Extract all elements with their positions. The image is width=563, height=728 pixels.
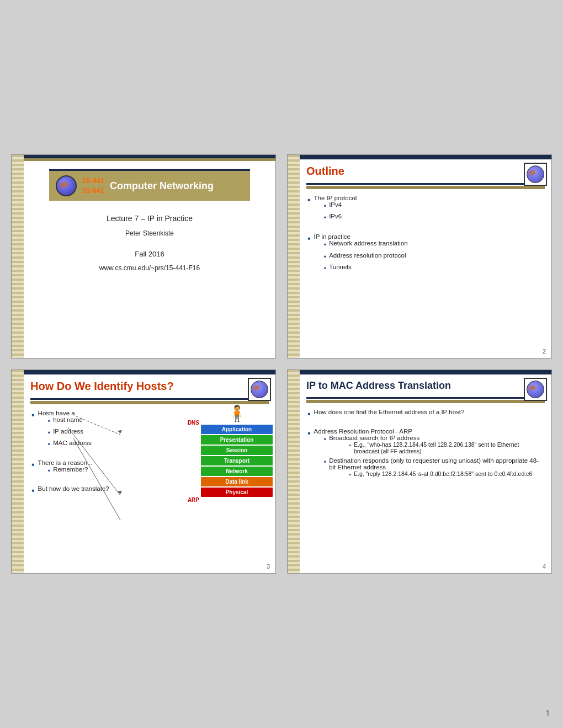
translate-bullet: • But how do we translate? bbox=[31, 485, 161, 497]
semester-label: Fall 2016 bbox=[99, 248, 200, 260]
outline-ipv4: • IPv4 bbox=[324, 201, 357, 211]
hosts-have-label: Hosts have a bbox=[38, 410, 92, 416]
outline-s2-label: IP in practice bbox=[314, 233, 408, 240]
page-container: 15-44115-641 Computer Networking Lecture… bbox=[11, 154, 552, 574]
bullet-dot: • bbox=[307, 233, 311, 245]
outline-ipv6: • IPv6 bbox=[324, 213, 357, 223]
bullet-dot: • bbox=[48, 440, 51, 449]
bullet-dot: • bbox=[31, 459, 35, 471]
title-underline bbox=[306, 397, 545, 399]
layer-datalink: Data link bbox=[201, 477, 273, 486]
hostname-label: host name bbox=[53, 416, 83, 423]
hostname-bullet: • host name bbox=[48, 416, 92, 426]
lecture-label: Lecture 7 – IP in Practice bbox=[99, 212, 200, 226]
corner-icon bbox=[248, 378, 271, 401]
slide4-title: IP to MAC Address Translation bbox=[306, 380, 545, 392]
slide-3: How Do We Identify Hosts? • Hosts have a… bbox=[11, 370, 276, 574]
find-ethernet-label: How does one find the Ethernet address o… bbox=[314, 409, 465, 415]
reason-bullet: • There is a reason .. • Remember? bbox=[31, 459, 161, 478]
slide1-header-topbar bbox=[49, 169, 251, 171]
corner-globe-icon bbox=[527, 381, 544, 398]
macaddress-bullet: • MAC address bbox=[48, 440, 92, 449]
corner-globe-icon bbox=[251, 381, 268, 398]
course-title: Computer Networking bbox=[110, 180, 214, 192]
course-numbers: 15-44115-641 bbox=[82, 176, 104, 196]
slide1-body: Lecture 7 – IP in Practice Peter Steenki… bbox=[88, 206, 211, 280]
slide4-number: 4 bbox=[543, 563, 546, 570]
dns-label: DNS bbox=[188, 420, 199, 426]
nat-label: Network address translation bbox=[329, 240, 408, 247]
slide3-title: How Do We Identify Hosts? bbox=[30, 380, 269, 393]
bullet-dot: • bbox=[48, 416, 51, 426]
tunnels-label: Tunnels bbox=[329, 264, 352, 270]
slide-left-stripe bbox=[12, 155, 24, 358]
title-underline bbox=[30, 398, 269, 400]
arp-title: Address Resolution Protocol - ARP bbox=[314, 428, 544, 435]
corner-icon bbox=[524, 163, 547, 186]
layer-transport: Transport bbox=[201, 456, 273, 465]
ipv4-label: IPv4 bbox=[329, 201, 342, 208]
reason-label: There is a reason .. bbox=[38, 459, 93, 466]
dest-label: Destination responds (only to requester … bbox=[329, 457, 544, 470]
dest-example-label: E.g, "reply 128.2.184.45 is-at 0:d0:bc:f… bbox=[354, 470, 532, 477]
bullet-dot: • bbox=[31, 410, 35, 421]
slide4-header: IP to MAC Address Translation bbox=[300, 374, 551, 395]
layer-physical: Physical bbox=[201, 488, 273, 497]
slide2-title: Outline bbox=[306, 165, 545, 178]
slide-left-stripe bbox=[12, 370, 24, 573]
instructor-label: Peter Steenkiste bbox=[99, 228, 200, 240]
arp-section: • Address Resolution Protocol - ARP • Br… bbox=[307, 428, 544, 481]
ipaddress-label: IP address bbox=[53, 428, 83, 435]
slide3-content: How Do We Identify Hosts? • Hosts have a… bbox=[24, 370, 275, 573]
slide1-header-box: 15-44115-641 Computer Networking bbox=[49, 171, 251, 201]
layer-session: Session bbox=[201, 446, 273, 455]
bullet-dot: • bbox=[48, 466, 51, 476]
outline-nat: • Network address translation bbox=[324, 240, 408, 250]
layer-application: Application bbox=[201, 425, 273, 434]
corner-globe-icon bbox=[527, 165, 544, 183]
bullet-dot: • bbox=[307, 195, 311, 206]
broadcast-example: • E.g., "who-has 128.2.184.45 tell 128.2… bbox=[349, 441, 544, 454]
layer-network: Network bbox=[201, 467, 273, 476]
slide3-number: 3 bbox=[267, 563, 270, 570]
outline-section-1: • The IP protocol • IPv4 • IPv6 bbox=[307, 195, 544, 224]
globe-icon bbox=[56, 175, 77, 196]
broadcast-label: Broadcast search for IP address bbox=[329, 435, 544, 441]
layer-presentation: Presentation bbox=[201, 435, 273, 445]
ipaddress-bullet: • IP address bbox=[48, 428, 92, 438]
slide-1: 15-44115-641 Computer Networking Lecture… bbox=[11, 154, 276, 358]
outline-arp: • Address resolution protocol bbox=[324, 252, 408, 262]
slide-2: Outline • The IP protocol • IPv4 • bbox=[287, 154, 552, 358]
bullet-dot: • bbox=[31, 485, 35, 497]
translate-label: But how do we translate? bbox=[38, 485, 109, 492]
title-underline bbox=[306, 183, 545, 185]
find-ethernet: • How does one find the Ethernet address… bbox=[307, 409, 544, 420]
arp-label: Address resolution protocol bbox=[329, 252, 406, 259]
bullet-dot: • bbox=[324, 264, 327, 274]
slide4-content: IP to MAC Address Translation • How does… bbox=[300, 370, 551, 573]
broadcast-search: • Broadcast search for IP address • E.g.… bbox=[324, 435, 544, 456]
arp-label: ARP bbox=[188, 497, 199, 503]
bullet-dot: • bbox=[307, 428, 311, 440]
bullet-dot: • bbox=[324, 252, 327, 262]
bullet-dot: • bbox=[48, 428, 51, 438]
slide2-body: • The IP protocol • IPv4 • IPv6 bbox=[300, 189, 551, 358]
outline-s1-label: The IP protocol bbox=[314, 195, 357, 201]
slide3-header: How Do We Identify Hosts? bbox=[24, 374, 275, 396]
slide-left-stripe bbox=[288, 370, 300, 573]
top-bar bbox=[300, 155, 551, 159]
macaddress-label: MAC address bbox=[53, 440, 92, 446]
remember-bullet: • Remember? bbox=[48, 466, 93, 476]
dest-example: • E.g, "reply 128.2.184.45 is-at 0:d0:bc… bbox=[349, 470, 544, 479]
slide2-header: Outline bbox=[300, 159, 551, 181]
human-figure: 🧍 bbox=[201, 404, 273, 422]
bullet-dot: • bbox=[324, 213, 327, 223]
bullet-dot: • bbox=[324, 201, 327, 211]
corner-icon bbox=[524, 378, 547, 401]
slide1-inner: 15-44115-641 Computer Networking Lecture… bbox=[24, 155, 275, 358]
slide2-content: Outline • The IP protocol • IPv4 • bbox=[300, 155, 551, 358]
slide2-number: 2 bbox=[543, 348, 546, 355]
slide-4: IP to MAC Address Translation • How does… bbox=[287, 370, 552, 574]
bullet-dot: • bbox=[307, 409, 311, 420]
dest-responds: • Destination responds (only to requeste… bbox=[324, 457, 544, 480]
